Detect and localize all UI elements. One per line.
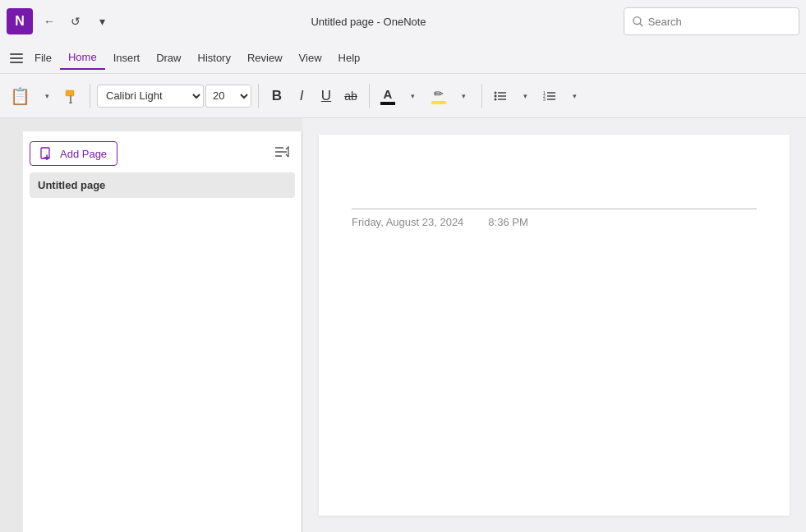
underline-label: U xyxy=(321,88,331,104)
bullet-list-icon xyxy=(493,89,508,103)
menu-home[interactable]: Home xyxy=(60,46,105,70)
italic-label: I xyxy=(300,88,304,104)
sidebar-header: Add Page xyxy=(30,141,295,166)
add-page-icon xyxy=(40,147,53,160)
strikethrough-button[interactable]: ab xyxy=(339,83,362,109)
svg-point-9 xyxy=(495,98,497,100)
note-date-line: Friday, August 23, 2024 8:36 PM xyxy=(352,209,757,228)
sep-1 xyxy=(90,84,90,108)
svg-line-1 xyxy=(640,24,642,26)
svg-point-5 xyxy=(495,91,497,94)
font-group: Calibri Light Arial Times New Roman 20 8… xyxy=(97,85,251,108)
dropdown-button[interactable]: ▾ xyxy=(90,10,113,33)
sidebar: Add Page Untitled page xyxy=(23,131,302,532)
note-paper[interactable]: Friday, August 23, 2024 8:36 PM xyxy=(319,135,790,516)
sort-icon xyxy=(274,144,290,160)
font-color-group: A ▾ xyxy=(376,83,424,109)
format-painter-icon xyxy=(64,89,79,103)
list-group: ▾ 1 2 3 ▾ xyxy=(489,83,586,109)
menu-draw[interactable]: Draw xyxy=(148,47,189,69)
bold-label: B xyxy=(272,88,282,104)
svg-rect-2 xyxy=(66,90,74,96)
menu-file[interactable]: File xyxy=(26,47,60,69)
menu-review[interactable]: Review xyxy=(239,47,291,69)
sep-2 xyxy=(258,84,259,108)
clipboard-dropdown[interactable]: ▾ xyxy=(35,83,58,109)
menu-bar: File Home Insert Draw History Review Vie… xyxy=(0,43,806,74)
note-time: 8:36 PM xyxy=(488,216,527,228)
undo-button[interactable]: ↺ xyxy=(64,10,87,33)
font-size-select[interactable]: 20 8101214 16182428 xyxy=(205,85,251,108)
underline-button[interactable]: U xyxy=(315,83,338,109)
search-icon xyxy=(633,16,643,27)
numbered-list-dropdown-icon: ▾ xyxy=(573,92,577,100)
font-color-dropdown[interactable]: ▾ xyxy=(401,83,424,109)
sort-button[interactable] xyxy=(269,142,295,165)
note-date: Friday, August 23, 2024 xyxy=(352,216,463,228)
clipboard-button[interactable]: 📋 xyxy=(7,83,34,109)
svg-marker-4 xyxy=(69,102,72,103)
numbered-list-icon: 1 2 3 xyxy=(542,89,557,103)
title-bar: N ← ↺ ▾ Untitled page - OneNote xyxy=(0,0,806,43)
numbered-list-button[interactable]: 1 2 3 xyxy=(538,83,561,109)
add-page-label: Add Page xyxy=(60,148,107,160)
hamburger-menu[interactable] xyxy=(7,50,26,66)
font-color-icon: A xyxy=(380,87,395,105)
dropdown-arrow-icon: ▾ xyxy=(45,92,49,100)
onenote-logo: N xyxy=(7,8,33,34)
clipboard-group: 📋 ▾ xyxy=(7,83,83,109)
window-title: Untitled page - OneNote xyxy=(118,16,619,28)
title-bar-nav: ← ↺ ▾ xyxy=(38,10,113,33)
add-page-button[interactable]: Add Page xyxy=(30,141,117,166)
menu-history[interactable]: History xyxy=(190,47,239,69)
font-color-button[interactable]: A xyxy=(376,83,399,109)
svg-text:3: 3 xyxy=(543,97,546,102)
svg-point-7 xyxy=(495,94,497,97)
back-button[interactable]: ← xyxy=(38,10,61,33)
font-color-dropdown-icon: ▾ xyxy=(411,92,415,100)
bold-button[interactable]: B xyxy=(265,83,288,109)
bullet-list-button[interactable] xyxy=(489,83,512,109)
clipboard-icon: 📋 xyxy=(10,86,30,106)
bullet-list-dropdown[interactable]: ▾ xyxy=(514,83,537,109)
highlight-group: ✏ ▾ xyxy=(427,83,475,109)
search-box[interactable] xyxy=(624,7,799,35)
italic-button[interactable]: I xyxy=(290,83,313,109)
search-input[interactable] xyxy=(648,16,790,28)
svg-rect-17 xyxy=(41,148,49,158)
bullet-list-dropdown-icon: ▾ xyxy=(523,92,527,100)
strikethrough-label: ab xyxy=(344,89,357,103)
sep-3 xyxy=(369,84,370,108)
menu-insert[interactable]: Insert xyxy=(105,47,149,69)
sep-4 xyxy=(481,84,482,108)
page-item-untitled[interactable]: Untitled page xyxy=(30,172,295,198)
main-content: Add Page Untitled page Friday, August 23… xyxy=(0,118,806,532)
menu-help[interactable]: Help xyxy=(330,47,369,69)
text-format-group: B I U ab xyxy=(265,83,362,109)
font-family-select[interactable]: Calibri Light Arial Times New Roman xyxy=(97,85,204,108)
format-painter-button[interactable] xyxy=(60,83,83,109)
toolbar: 📋 ▾ Calibri Light Arial Times New Roman … xyxy=(0,74,806,118)
note-area[interactable]: Friday, August 23, 2024 8:36 PM xyxy=(302,118,806,532)
svg-rect-3 xyxy=(70,95,71,102)
highlight-icon: ✏ xyxy=(431,87,446,104)
highlight-dropdown-icon: ▾ xyxy=(462,92,466,100)
highlight-button[interactable]: ✏ xyxy=(427,83,450,109)
numbered-list-dropdown[interactable]: ▾ xyxy=(563,83,586,109)
highlight-dropdown[interactable]: ▾ xyxy=(452,83,475,109)
menu-view[interactable]: View xyxy=(291,47,330,69)
